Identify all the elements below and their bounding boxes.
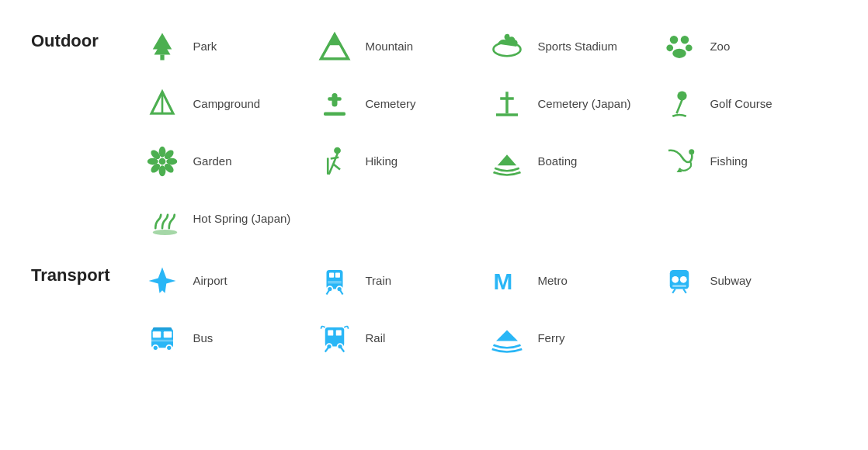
boating-icon: [488, 142, 526, 181]
list-item: Rail: [315, 315, 488, 362]
outdoor-section: Outdoor Park Mountain: [31, 23, 837, 242]
rail-icon: [315, 319, 354, 358]
train-icon: [315, 261, 354, 300]
list-item: [660, 315, 832, 362]
campground-label: Campground: [193, 96, 260, 112]
fishing-icon: [660, 142, 699, 181]
zoo-icon: [660, 27, 699, 66]
metro-icon: [488, 261, 526, 300]
subway-label: Subway: [710, 273, 751, 289]
rail-label: Rail: [365, 331, 385, 346]
metro-label: Metro: [537, 273, 567, 289]
hiking-label: Hiking: [365, 154, 398, 169]
fishing-label: Fishing: [710, 154, 747, 169]
hot-spring-label: Hot Spring (Japan): [193, 211, 290, 227]
boating-label: Boating: [537, 154, 577, 169]
hiking-icon: [315, 142, 354, 181]
list-item: Cemetery: [315, 81, 488, 127]
list-item: Golf Course: [660, 81, 832, 127]
subway-icon: [660, 261, 699, 300]
mountain-icon: [315, 27, 354, 66]
train-label: Train: [365, 273, 391, 289]
list-item: Fishing: [660, 138, 832, 185]
outdoor-grid-container: Park Mountain Sports Stadium: [143, 23, 832, 242]
airport-label: Airport: [193, 273, 227, 289]
cemetery-icon: [315, 85, 354, 123]
list-item: Cemetery (Japan): [488, 81, 660, 127]
cemetery-japan-icon: [488, 85, 526, 123]
garden-label: Garden: [193, 154, 231, 169]
garden-icon: [143, 142, 182, 181]
list-item: Bus: [143, 315, 315, 362]
park-icon: [143, 27, 182, 66]
list-item: [315, 196, 488, 242]
zoo-label: Zoo: [710, 39, 730, 54]
campground-icon: [143, 85, 182, 123]
list-item: Garden: [143, 138, 315, 185]
sports-stadium-icon: [488, 27, 526, 66]
list-item: Ferry: [488, 315, 660, 362]
list-item: Mountain: [315, 23, 488, 70]
park-label: Park: [193, 39, 217, 54]
list-item: [660, 196, 832, 242]
ferry-label: Ferry: [537, 331, 564, 346]
outdoor-icon-grid: Park Mountain Sports Stadium: [143, 23, 832, 242]
transport-section: Transport Airport Train: [31, 258, 837, 362]
list-item: [488, 196, 660, 242]
list-item: Campground: [143, 81, 315, 127]
list-item: Hiking: [315, 138, 488, 185]
list-item: Hot Spring (Japan): [143, 196, 315, 242]
transport-grid-container: Airport Train Metro: [143, 258, 832, 362]
bus-label: Bus: [193, 331, 213, 346]
list-item: Train: [315, 258, 488, 304]
page-container: Outdoor Park Mountain: [31, 23, 837, 362]
sports-stadium-label: Sports Stadium: [537, 39, 617, 54]
transport-title: Transport: [31, 258, 140, 286]
ferry-icon: [488, 319, 526, 358]
list-item: Subway: [660, 258, 832, 304]
mountain-label: Mountain: [365, 39, 413, 54]
bus-icon: [143, 319, 182, 358]
list-item: Boating: [488, 138, 660, 185]
hot-spring-icon: [143, 199, 182, 238]
golf-course-icon: [660, 85, 699, 123]
list-item: Metro: [488, 258, 660, 304]
cemetery-label: Cemetery: [365, 96, 415, 112]
list-item: Zoo: [660, 23, 832, 70]
airport-icon: [143, 261, 182, 300]
transport-icon-grid: Airport Train Metro: [143, 258, 832, 362]
list-item: Park: [143, 23, 315, 70]
cemetery-japan-label: Cemetery (Japan): [537, 96, 630, 112]
golf-course-label: Golf Course: [710, 96, 772, 112]
list-item: Airport: [143, 258, 315, 304]
outdoor-title: Outdoor: [31, 23, 140, 51]
list-item: Sports Stadium: [488, 23, 660, 70]
